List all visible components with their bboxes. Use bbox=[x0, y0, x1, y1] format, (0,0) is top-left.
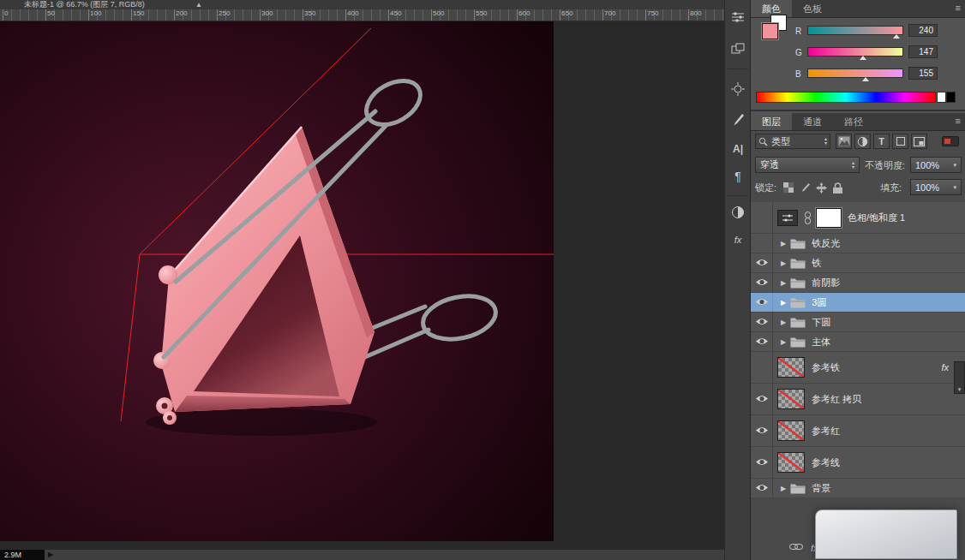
layer-effects-badge[interactable]: fx bbox=[941, 362, 949, 372]
layer-thumbnail[interactable] bbox=[777, 452, 805, 473]
visibility-toggle[interactable] bbox=[751, 273, 773, 292]
layer-row[interactable]: 参考线 bbox=[751, 447, 965, 479]
filter-type-layers-icon[interactable]: T bbox=[873, 134, 890, 149]
expand-triangle-icon[interactable]: ▶ bbox=[781, 240, 786, 247]
filter-smart-object-icon[interactable] bbox=[911, 134, 927, 149]
foreground-color-swatch[interactable] bbox=[762, 23, 778, 39]
spectrum-black-swatch[interactable] bbox=[946, 92, 956, 103]
tab-swatches[interactable]: 色板 bbox=[792, 0, 833, 17]
spectrum-white-swatch[interactable] bbox=[937, 92, 946, 103]
layer-row-adjustment[interactable]: 色相/饱和度 1 bbox=[751, 202, 965, 234]
tab-layers[interactable]: 图层 bbox=[751, 113, 792, 130]
visibility-toggle[interactable] bbox=[751, 352, 773, 383]
layer-name[interactable]: 参考铁 bbox=[812, 361, 840, 374]
layer-row-group[interactable]: ▶ 下圆 bbox=[751, 313, 965, 332]
panel-menu-icon[interactable]: ≡ bbox=[956, 116, 961, 126]
layer-name[interactable]: 色相/饱和度 1 bbox=[848, 211, 905, 224]
tab-channels[interactable]: 通道 bbox=[792, 113, 833, 130]
visibility-toggle[interactable] bbox=[751, 479, 773, 497]
green-value-field[interactable]: 147 bbox=[908, 45, 938, 58]
filter-shape-layers-icon[interactable] bbox=[892, 134, 908, 149]
red-slider-handle[interactable] bbox=[893, 34, 900, 39]
blue-value-field[interactable]: 155 bbox=[908, 67, 938, 80]
sampler-icon[interactable] bbox=[728, 79, 748, 99]
layer-name[interactable]: 参考红 拷贝 bbox=[812, 393, 861, 406]
layer-thumbnail[interactable] bbox=[777, 357, 805, 378]
green-slider-handle[interactable] bbox=[860, 56, 866, 60]
visibility-toggle[interactable] bbox=[751, 293, 773, 312]
layer-name[interactable]: 铁 bbox=[812, 257, 821, 270]
fill-dropdown[interactable]: 100% ▾ bbox=[910, 179, 962, 195]
opacity-dropdown[interactable]: 100% ▾ bbox=[910, 157, 962, 173]
document-size-field[interactable]: 2.9M bbox=[0, 550, 45, 560]
layer-name[interactable]: 前阴影 bbox=[812, 277, 840, 289]
layers-scrollbar[interactable]: ▾ bbox=[954, 361, 965, 394]
blue-slider-handle[interactable] bbox=[862, 77, 869, 81]
color-spectrum-ramp[interactable] bbox=[756, 92, 936, 103]
expand-triangle-icon[interactable]: ▶ bbox=[781, 319, 786, 326]
brush-icon[interactable] bbox=[728, 110, 748, 130]
adjustment-layer-thumbnail[interactable] bbox=[777, 210, 798, 226]
layer-name[interactable]: 参考线 bbox=[812, 456, 840, 469]
canvas-area[interactable] bbox=[0, 21, 724, 549]
visibility-toggle[interactable] bbox=[751, 384, 773, 414]
clone-source-icon[interactable] bbox=[728, 38, 748, 58]
status-flyout-arrow-icon[interactable]: ▶ bbox=[48, 551, 53, 558]
filter-pixel-layers-icon[interactable] bbox=[836, 134, 852, 149]
red-slider[interactable] bbox=[807, 26, 903, 35]
horizontal-ruler[interactable]: 0 50 100 150 200 250 300 350 400 450 500… bbox=[0, 9, 724, 21]
expand-triangle-icon[interactable]: ▶ bbox=[781, 299, 786, 307]
ruler-mark: 150 bbox=[131, 9, 144, 17]
lock-all-icon[interactable] bbox=[830, 181, 844, 194]
mask-link-icon[interactable] bbox=[804, 211, 812, 224]
layer-row-group[interactable]: ▶ 背景 bbox=[751, 479, 965, 498]
lock-pixels-icon[interactable] bbox=[798, 181, 812, 194]
paragraph-icon[interactable]: ¶ bbox=[728, 166, 748, 187]
character-icon[interactable]: A| bbox=[728, 139, 748, 159]
document-titlebar[interactable]: 未标题-1 @ 66.7% (图层 7, RGB/8) ▲ bbox=[0, 0, 724, 9]
expand-triangle-icon[interactable]: ▶ bbox=[781, 259, 786, 267]
visibility-toggle[interactable] bbox=[751, 202, 773, 233]
layer-row[interactable]: 参考红 拷贝 bbox=[751, 384, 965, 415]
visibility-toggle[interactable] bbox=[751, 253, 773, 272]
layer-row[interactable]: 参考铁 fx bbox=[751, 352, 965, 384]
adjustments-icon[interactable] bbox=[728, 202, 748, 223]
red-value-field[interactable]: 240 bbox=[908, 24, 938, 37]
layer-row-group-selected[interactable]: ▶ 3圆 bbox=[751, 293, 965, 313]
blend-mode-dropdown[interactable]: 穿透 ▴▾ bbox=[755, 157, 860, 173]
layer-name[interactable]: 背景 bbox=[812, 482, 830, 495]
panel-menu-icon[interactable]: ≡ bbox=[956, 3, 961, 13]
green-slider[interactable] bbox=[807, 47, 903, 57]
visibility-toggle[interactable] bbox=[751, 415, 773, 446]
layer-filter-kind-dropdown[interactable]: 类型 ▴▾ bbox=[755, 134, 830, 149]
layer-row[interactable]: 参考红 bbox=[751, 415, 965, 447]
layer-thumbnail[interactable] bbox=[777, 389, 805, 409]
visibility-toggle[interactable] bbox=[751, 332, 773, 351]
layer-row-group[interactable]: ▶ 铁反光 bbox=[751, 234, 965, 253]
layer-name[interactable]: 铁反光 bbox=[812, 237, 840, 250]
layer-name[interactable]: 下圆 bbox=[812, 316, 830, 329]
tab-paths[interactable]: 路径 bbox=[833, 113, 874, 130]
layer-row-group[interactable]: ▶ 铁 bbox=[751, 253, 965, 273]
brush-settings-icon[interactable] bbox=[728, 7, 748, 27]
visibility-toggle[interactable] bbox=[751, 313, 773, 331]
expand-triangle-icon[interactable]: ▶ bbox=[781, 338, 786, 346]
visibility-toggle[interactable] bbox=[751, 447, 773, 478]
visibility-toggle[interactable] bbox=[751, 234, 773, 253]
layer-row-group[interactable]: ▶ 前阴影 bbox=[751, 273, 965, 293]
expand-triangle-icon[interactable]: ▶ bbox=[781, 485, 786, 492]
layer-mask-thumbnail[interactable] bbox=[816, 208, 842, 228]
link-layers-icon[interactable] bbox=[789, 543, 803, 551]
lock-transparency-icon[interactable] bbox=[782, 181, 795, 194]
layer-name[interactable]: 主体 bbox=[812, 336, 830, 349]
filter-adjustment-layers-icon[interactable] bbox=[854, 134, 871, 149]
expand-triangle-icon[interactable]: ▶ bbox=[781, 279, 786, 287]
filter-toggle-switch[interactable] bbox=[942, 136, 959, 146]
styles-icon[interactable]: fx bbox=[728, 229, 748, 250]
layer-name[interactable]: 参考红 bbox=[812, 425, 840, 438]
layer-row-group[interactable]: ▶ 主体 bbox=[751, 332, 965, 352]
lock-position-icon[interactable] bbox=[814, 181, 828, 194]
blue-slider[interactable] bbox=[807, 69, 903, 78]
layer-name[interactable]: 3圆 bbox=[812, 296, 826, 309]
layer-thumbnail[interactable] bbox=[777, 420, 805, 441]
